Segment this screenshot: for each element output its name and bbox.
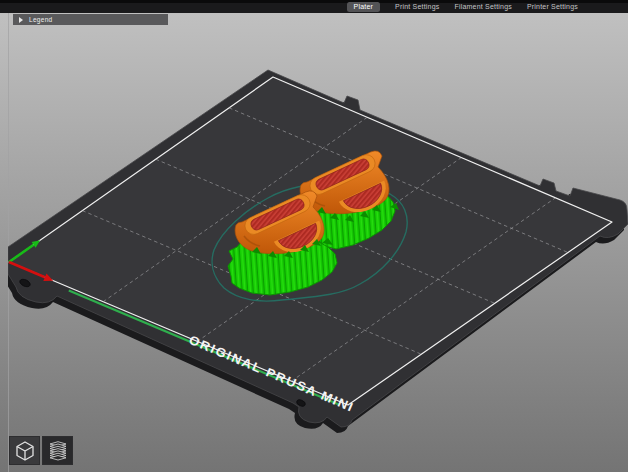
tab-filament-settings[interactable]: Filament Settings [454, 3, 511, 10]
layers-icon [46, 439, 70, 463]
prusaslicer-window: ORIGINAL PRUSA MINI [0, 0, 628, 472]
legend-panel-header[interactable]: Legend [13, 14, 168, 25]
viewport-3d-canvas[interactable]: ORIGINAL PRUSA MINI [0, 0, 628, 472]
view-3d-button[interactable] [9, 436, 40, 465]
layers-preview-button[interactable] [42, 436, 73, 465]
tab-printer-settings[interactable]: Printer Settings [527, 3, 578, 10]
canvas-left-edge [8, 12, 9, 472]
tab-strip: Plater Print Settings Filament Settings … [347, 0, 578, 13]
top-tab-bar: Plater Print Settings Filament Settings … [0, 0, 628, 13]
tab-plater[interactable]: Plater [347, 2, 381, 12]
legend-label: Legend [29, 16, 53, 23]
tab-print-settings[interactable]: Print Settings [395, 3, 439, 10]
cube-icon [13, 439, 37, 463]
right-triangle-icon [19, 17, 23, 23]
